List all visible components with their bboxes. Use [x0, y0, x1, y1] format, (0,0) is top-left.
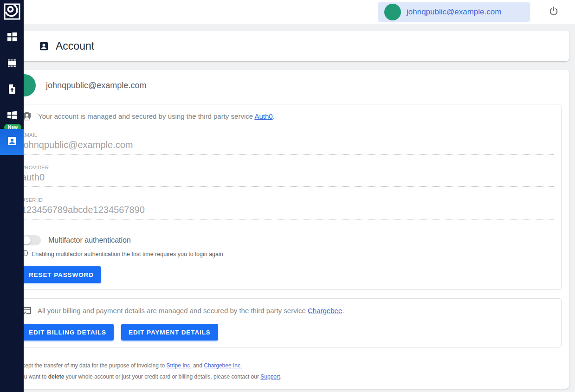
billing-notice: All your billing and payment details are… [21, 305, 554, 316]
profile-email: johnqpublic@example.com [46, 81, 146, 90]
user-email: johnqpublic@example.com [407, 7, 501, 17]
provider-field-value: auth0 [21, 170, 554, 187]
topbar: johnqpublic@example.com [24, 0, 575, 24]
footer-line1-prefix: I accept the transfer of my data for the… [13, 362, 167, 369]
user-avatar [384, 4, 401, 20]
auth-notice-suffix: . [273, 112, 275, 120]
mfa-hint-row: Enabling multifactor authentication the … [21, 250, 554, 258]
billing-section: All your billing and payment details are… [13, 298, 562, 347]
provider-field-label: PROVIDER [21, 165, 554, 170]
mfa-hint-text: Enabling multifactor authentication the … [32, 251, 223, 257]
footer-line-invoicing: I accept the transfer of my data for the… [13, 362, 562, 369]
auth-notice-prefix: Your account is managed and secured by u… [38, 112, 254, 120]
stripe-link[interactable]: Stripe Inc. [167, 362, 192, 369]
sidebar-item-apps[interactable]: New [0, 103, 24, 129]
footer-line2-suffix: . [280, 373, 281, 380]
footer-line2-bold: delete [48, 373, 65, 380]
userid-field-label: USER ID [21, 197, 554, 203]
support-link[interactable]: Support [260, 373, 280, 380]
edit-billing-details-button[interactable]: EDIT BILLING DETAILS [21, 324, 114, 341]
billing-notice-suffix: . [342, 307, 344, 315]
sidebar: New [0, 0, 24, 392]
auth-notice: Your account is managed and secured by u… [21, 111, 554, 122]
legal-footer: I accept the transfer of my data for the… [13, 362, 562, 380]
file-upload-icon [7, 84, 17, 96]
footer-line-delete: If you want to delete your whole account… [13, 373, 562, 380]
logout-button[interactable] [548, 6, 560, 18]
sidebar-item-stamps[interactable] [0, 51, 24, 77]
billing-notice-text: All your billing and payment details are… [38, 305, 344, 316]
edit-payment-details-button[interactable]: EDIT PAYMENT DETAILS [121, 324, 218, 341]
app-logo[interactable] [0, 0, 24, 25]
sidebar-item-account[interactable] [0, 129, 24, 155]
power-icon [548, 6, 559, 19]
mfa-toggle-row: Multifactor authentication [21, 235, 554, 245]
userid-field: USER ID 123456789abcde1234567890 [21, 197, 554, 219]
email-field-label: EMAIL [21, 132, 554, 138]
auth0-link[interactable]: Auth0 [254, 112, 272, 120]
email-field-value: johnqpublic@example.com [21, 138, 554, 154]
chargebee-link[interactable]: Chargebee [308, 307, 342, 315]
footer-line1-middle: and [192, 362, 204, 369]
logo-icon [4, 3, 20, 22]
billing-buttons: EDIT BILLING DETAILS EDIT PAYMENT DETAIL… [21, 324, 554, 341]
billing-notice-prefix: All your billing and payment details are… [38, 307, 308, 315]
auth-notice-text: Your account is managed and secured by u… [38, 111, 275, 122]
reset-row: RESET PASSWORD [21, 266, 554, 283]
sidebar-item-upload[interactable] [0, 77, 24, 103]
page-title: Account [56, 40, 94, 52]
windows-icon [7, 110, 17, 122]
provider-field: PROVIDER auth0 [21, 165, 554, 187]
sidebar-item-dashboard[interactable] [0, 25, 24, 51]
chargebee-inc-link[interactable]: Chargebee Inc. [204, 362, 242, 369]
auth-section: Your account is managed and secured by u… [13, 104, 562, 290]
footer-line2-middle: your whole account or just your credit c… [64, 373, 260, 380]
stamp-icon [7, 58, 17, 70]
account-box-icon [39, 41, 49, 51]
account-box-icon [6, 135, 18, 148]
user-chip[interactable]: johnqpublic@example.com [378, 2, 530, 22]
email-field: EMAIL johnqpublic@example.com [21, 132, 554, 154]
profile-row: johnqpublic@example.com [13, 74, 562, 96]
reset-password-button[interactable]: RESET PASSWORD [21, 266, 101, 283]
userid-field-value: 123456789abcde1234567890 [21, 203, 554, 219]
mfa-toggle[interactable] [21, 235, 41, 245]
page-header: Account [5, 31, 569, 61]
dashboard-icon [7, 32, 17, 44]
account-card: johnqpublic@example.com Your account is … [5, 70, 569, 389]
mfa-label: Multifactor authentication [48, 236, 131, 244]
